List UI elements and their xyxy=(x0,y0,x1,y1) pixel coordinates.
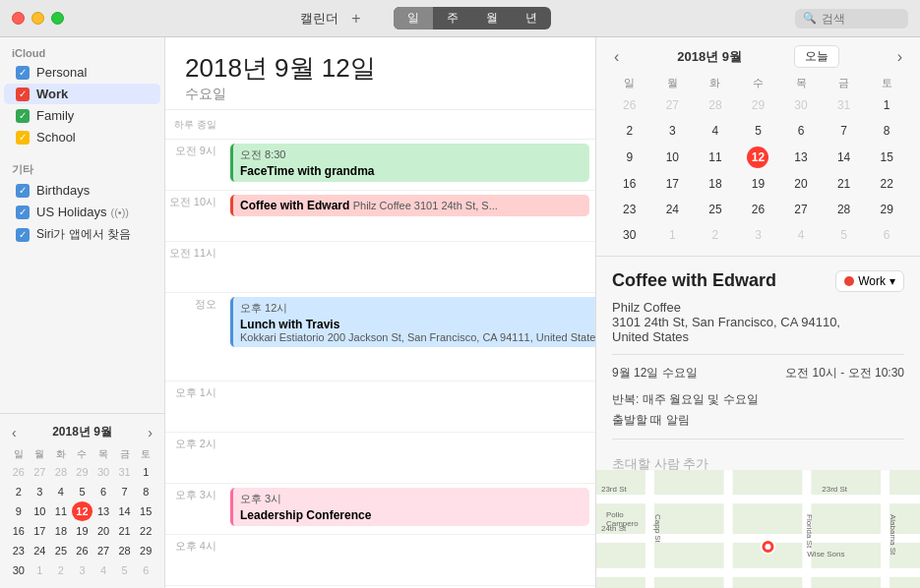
large-cal-day[interactable]: 25 xyxy=(694,197,737,222)
day-grid[interactable]: 하루 종일 오전 9시 오전 8:30 FaceTime with grandm… xyxy=(165,110,595,588)
mini-cal-day[interactable]: 10 xyxy=(30,501,51,521)
large-cal-prev[interactable]: ‹ xyxy=(608,46,625,68)
mini-cal-day[interactable]: 31 xyxy=(114,462,136,482)
mini-cal-day[interactable]: 24 xyxy=(30,541,51,560)
tab-day[interactable]: 일 xyxy=(394,7,433,29)
large-cal-day[interactable]: 10 xyxy=(651,144,695,171)
large-cal-day[interactable]: 29 xyxy=(865,197,908,222)
large-cal-day[interactable]: 24 xyxy=(651,197,695,222)
tab-month[interactable]: 월 xyxy=(472,7,512,29)
mini-cal-day[interactable]: 28 xyxy=(114,541,136,560)
mini-cal-next[interactable]: › xyxy=(148,425,153,441)
event-coffee[interactable]: Coffee with Edward Philz Coffee 3101 24t… xyxy=(230,195,589,216)
us-holidays-checkbox[interactable]: ✓ xyxy=(16,206,30,219)
mini-cal-day[interactable]: 30 xyxy=(92,462,114,482)
large-cal-day[interactable]: 3 xyxy=(651,118,695,144)
sidebar-item-personal[interactable]: ✓ Personal xyxy=(4,62,160,83)
large-cal-day[interactable]: 4 xyxy=(694,118,737,144)
large-cal-day[interactable]: 6 xyxy=(779,118,823,144)
large-cal-day[interactable]: 18 xyxy=(694,171,737,197)
mini-cal-day[interactable]: 9 xyxy=(8,501,30,521)
mini-cal-day[interactable]: 6 xyxy=(135,560,156,580)
mini-cal-day[interactable]: 20 xyxy=(92,521,114,541)
large-cal-day[interactable]: 2 xyxy=(694,222,737,248)
minimize-button[interactable] xyxy=(31,12,44,25)
large-cal-day[interactable]: 28 xyxy=(694,92,737,118)
mini-cal-day[interactable]: 1 xyxy=(30,560,51,580)
large-cal-day[interactable]: 2 xyxy=(608,118,651,144)
sidebar-item-family[interactable]: ✓ Family xyxy=(4,105,160,126)
mini-cal-day[interactable]: 16 xyxy=(8,521,30,541)
mini-cal-day[interactable]: 12 xyxy=(72,501,93,521)
tab-week[interactable]: 주 xyxy=(433,7,472,29)
large-cal-day[interactable]: 30 xyxy=(608,222,651,248)
search-input[interactable] xyxy=(822,12,900,26)
mini-cal-day[interactable]: 7 xyxy=(114,482,136,501)
large-cal-day[interactable]: 30 xyxy=(779,92,823,118)
mini-cal-day[interactable]: 17 xyxy=(30,521,51,541)
large-cal-day[interactable]: 27 xyxy=(779,197,823,222)
large-cal-next[interactable]: › xyxy=(891,46,908,68)
sidebar-item-work[interactable]: ✓ Work xyxy=(4,84,160,104)
large-cal-day[interactable]: 8 xyxy=(865,118,908,144)
large-cal-day[interactable]: 6 xyxy=(865,222,908,248)
sidebar-item-us-holidays[interactable]: ✓ US Holidays ((•)) xyxy=(4,202,160,222)
mini-cal-day[interactable]: 1 xyxy=(135,462,156,482)
work-checkbox[interactable]: ✓ xyxy=(16,88,30,101)
event-leadership[interactable]: 오후 3시 Leadership Conference xyxy=(230,488,589,526)
large-cal-today-btn[interactable]: 오늘 xyxy=(794,45,839,68)
mini-cal-day[interactable]: 27 xyxy=(30,462,51,482)
large-cal-day[interactable]: 22 xyxy=(865,171,908,197)
event-calendar-picker[interactable]: Work ▾ xyxy=(835,270,904,292)
mini-cal-day[interactable]: 2 xyxy=(50,560,72,580)
mini-cal-day[interactable]: 15 xyxy=(135,501,156,521)
mini-cal-day[interactable]: 29 xyxy=(135,541,156,560)
add-invitees-action[interactable]: 초대할 사람 추가 xyxy=(612,449,904,470)
mini-cal-day[interactable]: 2 xyxy=(8,482,30,501)
large-cal-day[interactable]: 12 xyxy=(737,144,780,171)
mini-cal-day[interactable]: 4 xyxy=(92,560,114,580)
sidebar-item-school[interactable]: ✓ School xyxy=(4,127,160,147)
event-facetime[interactable]: 오전 8:30 FaceTime with grandma xyxy=(230,144,589,182)
sidebar-item-siri[interactable]: ✓ Siri가 앱에서 찾음 xyxy=(4,223,160,246)
mini-cal-day[interactable]: 19 xyxy=(72,521,93,541)
mini-cal-day[interactable]: 27 xyxy=(92,541,114,560)
large-cal-day[interactable]: 15 xyxy=(865,144,908,171)
mini-cal-day[interactable]: 28 xyxy=(50,462,72,482)
large-cal-day[interactable]: 14 xyxy=(823,144,866,171)
add-calendar-button[interactable]: + xyxy=(346,9,366,29)
mini-cal-day[interactable]: 11 xyxy=(50,501,72,521)
large-cal-day[interactable]: 16 xyxy=(608,171,651,197)
birthdays-checkbox[interactable]: ✓ xyxy=(16,184,30,198)
mini-cal-prev[interactable]: ‹ xyxy=(12,425,17,441)
large-cal-day[interactable]: 4 xyxy=(779,222,823,248)
large-cal-day[interactable]: 5 xyxy=(823,222,866,248)
large-cal-day[interactable]: 1 xyxy=(651,222,695,248)
mini-cal-day[interactable]: 3 xyxy=(30,482,51,501)
mini-cal-day[interactable]: 13 xyxy=(92,501,114,521)
mini-cal-day[interactable]: 5 xyxy=(114,560,136,580)
large-cal-day[interactable]: 29 xyxy=(737,92,780,118)
mini-cal-day[interactable]: 8 xyxy=(135,482,156,501)
large-cal-day[interactable]: 28 xyxy=(823,197,866,222)
personal-checkbox[interactable]: ✓ xyxy=(16,66,30,80)
mini-cal-day[interactable]: 21 xyxy=(114,521,136,541)
large-cal-day[interactable]: 20 xyxy=(779,171,823,197)
large-cal-day[interactable]: 31 xyxy=(823,92,866,118)
large-cal-day[interactable]: 5 xyxy=(737,118,780,144)
mini-cal-day[interactable]: 26 xyxy=(72,541,93,560)
large-cal-day[interactable]: 26 xyxy=(737,197,780,222)
tab-year[interactable]: 년 xyxy=(512,7,551,29)
large-cal-day[interactable]: 27 xyxy=(651,92,695,118)
large-cal-day[interactable]: 26 xyxy=(608,92,651,118)
mini-cal-day[interactable]: 25 xyxy=(50,541,72,560)
map-area[interactable]: 23rd St 23rd St 24th St Capp St Florida … xyxy=(596,470,920,588)
mini-cal-day[interactable]: 26 xyxy=(8,462,30,482)
mini-cal-day[interactable]: 5 xyxy=(72,482,93,501)
large-cal-day[interactable]: 19 xyxy=(737,171,780,197)
school-checkbox[interactable]: ✓ xyxy=(16,131,30,145)
mini-cal-day[interactable]: 18 xyxy=(50,521,72,541)
mini-cal-day[interactable]: 23 xyxy=(8,541,30,560)
mini-cal-day[interactable]: 30 xyxy=(8,560,30,580)
large-cal-day[interactable]: 1 xyxy=(865,92,908,118)
